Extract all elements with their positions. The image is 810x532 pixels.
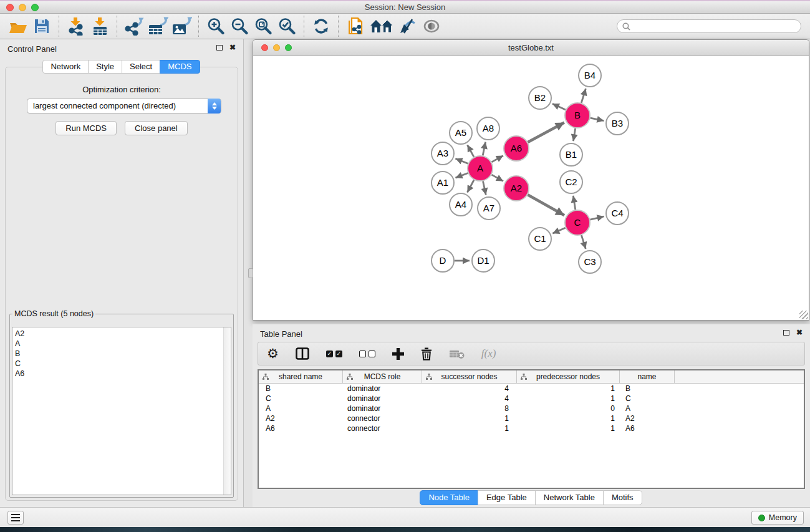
- graph-node-C[interactable]: C: [565, 210, 590, 235]
- result-list-item[interactable]: B: [15, 349, 221, 359]
- graph-edge-B-B4[interactable]: [581, 89, 586, 103]
- graph-node-C1[interactable]: C1: [529, 228, 551, 250]
- tab-motifs[interactable]: Motifs: [603, 490, 642, 505]
- graphics-details-button[interactable]: [396, 15, 420, 37]
- graph-edge-C-C3[interactable]: [581, 235, 586, 249]
- network-canvas[interactable]: B4B2BB3A8A5A6A3B1AC2A1A2A4A7C4CC1C3DD1: [254, 56, 808, 319]
- task-history-button[interactable]: [7, 511, 24, 525]
- export-image-button[interactable]: [170, 15, 193, 37]
- column-header-name[interactable]: name: [620, 370, 675, 383]
- graph-edge-A-A7[interactable]: [483, 181, 486, 195]
- search-input[interactable]: [634, 22, 796, 31]
- column-header-shared-name[interactable]: shared name: [259, 370, 343, 383]
- graph-edge-A-A4[interactable]: [467, 180, 474, 193]
- export-network-button[interactable]: [122, 15, 146, 37]
- float-panel-icon[interactable]: [216, 45, 223, 51]
- graph-node-A8[interactable]: A8: [477, 117, 499, 140]
- delete-columns-button[interactable]: [421, 347, 432, 360]
- table-row[interactable]: Adominator80A: [259, 404, 804, 414]
- table-settings-button[interactable]: ⚙: [267, 347, 279, 360]
- save-session-button[interactable]: [30, 15, 54, 37]
- graph-node-A3[interactable]: A3: [432, 142, 454, 165]
- delete-table-button[interactable]: [449, 349, 465, 359]
- close-panel-button[interactable]: Close panel: [125, 121, 188, 135]
- graph-edge-A6-B[interactable]: [528, 122, 564, 142]
- graph-edge-A2-C[interactable]: [528, 195, 564, 215]
- tab-mcds[interactable]: MCDS: [160, 60, 200, 74]
- graph-edge-A-A3[interactable]: [455, 158, 468, 163]
- graph-node-B4[interactable]: B4: [579, 64, 601, 87]
- add-column-button[interactable]: [392, 348, 404, 360]
- window-resize-grip[interactable]: [799, 311, 808, 319]
- column-header-predecessor-nodes[interactable]: predecessor nodes: [517, 370, 620, 383]
- table-row[interactable]: A6connector11A6: [259, 423, 804, 433]
- deselect-all-button[interactable]: [359, 351, 375, 357]
- import-network-button[interactable]: [64, 15, 88, 37]
- export-table-button[interactable]: [146, 15, 170, 37]
- graph-edge-A-A5[interactable]: [468, 145, 475, 157]
- network-zoom-button[interactable]: [285, 44, 292, 51]
- table-row[interactable]: Cdominator41C: [259, 394, 804, 404]
- graph-node-B3[interactable]: B3: [606, 112, 629, 135]
- graph-edge-B-B1[interactable]: [573, 128, 575, 142]
- select-all-button[interactable]: ✓✓: [326, 351, 342, 357]
- graph-node-B1[interactable]: B1: [560, 143, 582, 166]
- graph-edge-A-A2[interactable]: [491, 175, 503, 181]
- graph-node-B2[interactable]: B2: [529, 87, 551, 109]
- graph-edge-A-A8[interactable]: [483, 142, 485, 156]
- graph-node-C4[interactable]: C4: [606, 202, 629, 225]
- zoom-in-button[interactable]: [204, 15, 228, 37]
- criterion-dropdown[interactable]: largest connected component (directed): [27, 99, 221, 114]
- graph-node-A1[interactable]: A1: [432, 172, 454, 194]
- result-list-item[interactable]: A: [15, 339, 221, 349]
- graph-node-D[interactable]: D: [432, 249, 454, 272]
- graph-node-A6[interactable]: A6: [504, 136, 529, 161]
- column-header-mcds-role[interactable]: MCDS role: [343, 370, 422, 383]
- minimize-window-button[interactable]: [19, 4, 26, 11]
- graph-node-A2[interactable]: A2: [504, 176, 529, 201]
- mcds-result-list[interactable]: A2ABCA6: [12, 327, 231, 495]
- zoom-selected-button[interactable]: [275, 15, 299, 37]
- float-table-panel-icon[interactable]: [783, 330, 789, 336]
- result-list-scrollbar[interactable]: [223, 327, 231, 495]
- graph-node-C3[interactable]: C3: [579, 251, 601, 273]
- close-panel-icon[interactable]: ✖: [229, 44, 236, 51]
- close-window-button[interactable]: [6, 4, 14, 11]
- zoom-out-button[interactable]: [228, 15, 251, 37]
- tab-network[interactable]: Network: [42, 60, 89, 74]
- toggle-panel-split-button[interactable]: [296, 347, 309, 360]
- network-minimize-button[interactable]: [273, 44, 280, 51]
- tab-network-table[interactable]: Network Table: [535, 490, 604, 505]
- graph-edge-B-B2[interactable]: [552, 104, 566, 110]
- result-list-item[interactable]: C: [15, 359, 221, 369]
- import-table-button[interactable]: [88, 15, 112, 37]
- zoom-window-button[interactable]: [31, 4, 39, 11]
- graph-edge-B-B3[interactable]: [591, 118, 604, 120]
- open-session-button[interactable]: [6, 15, 30, 37]
- refresh-layout-button[interactable]: [309, 15, 333, 37]
- column-header-successor-nodes[interactable]: successor nodes: [422, 370, 517, 383]
- graph-edge-C-C4[interactable]: [590, 216, 604, 220]
- graph-edge-A-A1[interactable]: [456, 173, 468, 178]
- tab-select[interactable]: Select: [122, 60, 160, 74]
- zoom-fit-button[interactable]: [251, 15, 275, 37]
- graph-edge-C-C2[interactable]: [573, 196, 576, 210]
- tab-node-table[interactable]: Node Table: [420, 490, 478, 505]
- network-close-button[interactable]: [261, 44, 268, 51]
- tab-style[interactable]: Style: [88, 60, 122, 74]
- graph-node-A4[interactable]: A4: [450, 193, 472, 216]
- graph-node-A[interactable]: A: [468, 156, 493, 181]
- graph-node-A7[interactable]: A7: [478, 197, 500, 220]
- graph-node-B[interactable]: B: [565, 103, 590, 128]
- result-list-item[interactable]: A2: [15, 329, 221, 339]
- graph-node-A5[interactable]: A5: [450, 122, 472, 144]
- graph-edge-A-A6[interactable]: [491, 156, 503, 162]
- result-list-item[interactable]: A6: [15, 369, 221, 379]
- new-network-from-selection-button[interactable]: [344, 15, 367, 37]
- network-window-titlebar[interactable]: testGlobe.txt: [253, 40, 809, 56]
- split-pane-divider-handle[interactable]: [248, 268, 253, 278]
- graph-edge-C-C1[interactable]: [552, 228, 566, 233]
- show-hide-button[interactable]: [420, 15, 443, 37]
- graph-node-C2[interactable]: C2: [560, 171, 582, 193]
- search-field[interactable]: [617, 19, 801, 33]
